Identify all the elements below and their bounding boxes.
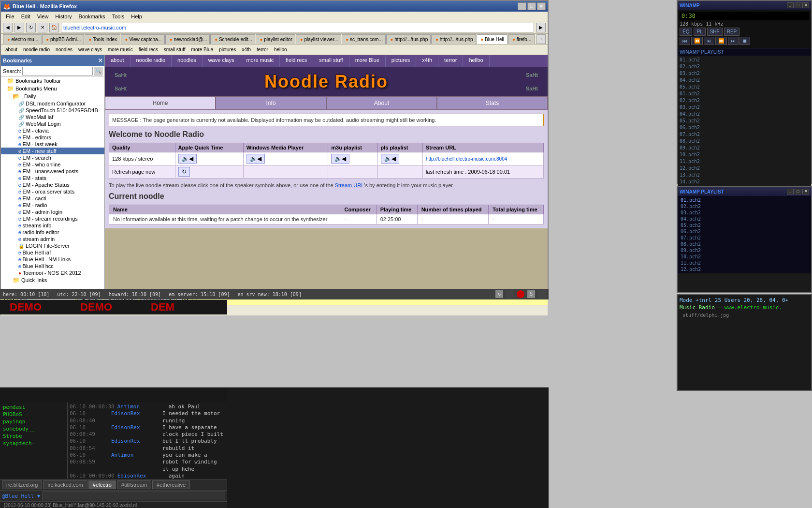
tab-playlist-editor[interactable]: ● playlist editor bbox=[256, 34, 295, 44]
bm-pictures[interactable]: pictures bbox=[217, 46, 238, 53]
playlist-item[interactable]: 01.pch2 bbox=[679, 57, 810, 63]
sidebar-item-em-who-online[interactable]: e EM - who online bbox=[1, 161, 104, 168]
winamp-prev-button[interactable]: ⏮ bbox=[680, 37, 690, 45]
sidebar-item-login-file-server[interactable]: 🔒 LOGIN File-Server bbox=[1, 242, 104, 249]
sidebar-item-em-clavia[interactable]: e EM - clavia bbox=[1, 127, 104, 134]
playlist-item[interactable]: 07.pch2 bbox=[679, 131, 810, 138]
sidebar-close-button[interactable]: ✕ bbox=[98, 58, 102, 64]
playlist-item[interactable]: 06.pch2 bbox=[679, 124, 810, 131]
sidebar-item-em-stream-recordings[interactable]: e EM - stream recordings bbox=[1, 215, 104, 222]
nav-noodles[interactable]: noodles bbox=[172, 55, 203, 67]
sidebar-search-input[interactable] bbox=[22, 67, 93, 75]
refresh-button[interactable]: ↻ bbox=[178, 167, 190, 177]
winamp-close-button[interactable]: ✕ bbox=[802, 2, 809, 8]
winamp2-minimize-button[interactable]: _ bbox=[787, 189, 794, 194]
bm-wave-clays[interactable]: wave clays bbox=[76, 46, 104, 53]
irc-tab-blitzed[interactable]: irc.blitzed.org bbox=[2, 480, 42, 489]
nav-pictures[interactable]: pictures bbox=[386, 55, 417, 67]
tab-schedule[interactable]: ● Schedule edit... bbox=[210, 34, 255, 44]
tab-newrock[interactable]: ● newrocklad@... bbox=[165, 34, 210, 44]
address-bar[interactable]: bluehell.electro-music.com bbox=[61, 23, 534, 32]
nr-tab-about[interactable]: About bbox=[326, 96, 437, 110]
nr-tab-info[interactable]: Info bbox=[216, 96, 326, 110]
menu-file[interactable]: File bbox=[3, 13, 17, 20]
sidebar-item-em-new-stuff[interactable]: e EM - new stuff bbox=[1, 148, 104, 154]
menu-bookmarks[interactable]: Bookmarks bbox=[76, 13, 108, 20]
playlist-item[interactable]: 08.pch2 bbox=[679, 138, 810, 145]
tab-playlist-viewer[interactable]: ● playlist viewer... bbox=[296, 34, 341, 44]
tab-tools[interactable]: ● Tools index bbox=[85, 34, 120, 44]
irc-tab-etherealive[interactable]: #etherealive bbox=[152, 480, 190, 489]
sidebar-item-em-search[interactable]: e EM - search bbox=[1, 154, 104, 161]
maximize-button[interactable]: □ bbox=[527, 2, 536, 10]
nav-wave-clays[interactable]: wave clays bbox=[203, 55, 241, 67]
irc-user[interactable]: pemdasi bbox=[1, 403, 66, 411]
winamp2-item[interactable]: 10.pch2 bbox=[679, 254, 810, 260]
nav-more-blue[interactable]: more Blue bbox=[349, 55, 386, 67]
playlist-item[interactable]: 10.pch2 bbox=[679, 151, 810, 158]
back-button[interactable]: ◀ bbox=[3, 23, 13, 32]
playlist-item[interactable]: 03.pch2 bbox=[679, 70, 810, 77]
bm-x4th[interactable]: x4th bbox=[239, 46, 253, 53]
sidebar-item-webmail-iaf[interactable]: 🔗 WebMail iaf bbox=[1, 114, 104, 120]
winamp2-item[interactable]: 05.pch2 bbox=[679, 222, 810, 228]
sidebar-item-em-radio[interactable]: e EM - radio bbox=[1, 202, 104, 209]
bm-noodles[interactable]: noodles bbox=[53, 46, 75, 53]
nav-hellbo[interactable]: hellbo bbox=[463, 55, 489, 67]
winamp-next-button[interactable]: ⏭ bbox=[728, 37, 739, 45]
playlist-item[interactable]: 03.pch2 bbox=[679, 104, 810, 111]
m3u-button[interactable]: 🔈◀ bbox=[331, 154, 349, 164]
nr-tab-home[interactable]: Home bbox=[105, 96, 216, 110]
tab-captcha[interactable]: ● View captcha... bbox=[121, 34, 165, 44]
winamp2-maximize-button[interactable]: □ bbox=[795, 189, 801, 194]
irc-tab-kacked[interactable]: irc.kacked.com bbox=[43, 480, 87, 489]
winamp2-item[interactable]: 09.pch2 bbox=[679, 247, 810, 254]
irc-tab-electro[interactable]: #electro bbox=[88, 480, 116, 489]
sidebar-item-bookmarks-toolbar[interactable]: 📁 Bookmarks Toolbar bbox=[1, 77, 104, 85]
sidebar-item-em-last-week[interactable]: e EM - last week bbox=[1, 141, 104, 148]
home-button[interactable]: 🏠 bbox=[49, 23, 59, 32]
tab-bluehell[interactable]: ● Blue Hell bbox=[477, 34, 508, 44]
sidebar-item-webmail-login[interactable]: 🔗 WebMail Login bbox=[1, 120, 104, 127]
new-tab-button[interactable]: + bbox=[536, 34, 546, 44]
irc-user[interactable]: somebody__ bbox=[1, 425, 66, 433]
winamp2-item[interactable]: 01.pch2 bbox=[679, 197, 810, 203]
tab-sctrans[interactable]: ● sc_trans.com... bbox=[342, 34, 386, 44]
sidebar-item-em-apache-status[interactable]: e EM - Apache Status bbox=[1, 181, 104, 188]
sidebar-item-em-admin-login[interactable]: e EM - admin login bbox=[1, 209, 104, 215]
winamp2-item[interactable]: 04.pch2 bbox=[679, 216, 810, 222]
playlist-item[interactable]: 09.pch2 bbox=[679, 145, 810, 151]
winamp2-item[interactable]: 12.pch2 bbox=[679, 266, 810, 272]
playlist-item[interactable]: 04.pch2 bbox=[679, 77, 810, 84]
winamp-eq-button[interactable]: EQ bbox=[680, 28, 692, 36]
sidebar-item-em-stats[interactable]: e EM - stats bbox=[1, 175, 104, 181]
bm-hellbo[interactable]: hellbo bbox=[272, 46, 290, 53]
irc-message-input[interactable] bbox=[43, 492, 225, 500]
playlist-item[interactable]: 05.pch2 bbox=[679, 118, 810, 124]
tab-firefox[interactable]: ● firefo... bbox=[508, 34, 535, 44]
wmp-button[interactable]: 🔈◀ bbox=[246, 154, 265, 164]
stop-button[interactable]: ✕ bbox=[38, 23, 47, 32]
pls-button[interactable]: 🔈◀ bbox=[381, 154, 399, 164]
tab-tus1[interactable]: ● http://.../tus.php bbox=[386, 34, 431, 44]
sidebar-item-bluehell-nm[interactable]: e Blue Hell - NM Links bbox=[1, 256, 104, 263]
winamp2-item[interactable]: 11.pch2 bbox=[679, 260, 810, 266]
tab-phpbb[interactable]: ● phpBB Admi... bbox=[42, 34, 84, 44]
nav-small-stuff[interactable]: small stuff bbox=[313, 55, 349, 67]
winamp-shuffle-button[interactable]: SHF bbox=[707, 28, 723, 36]
bm-terror[interactable]: terror bbox=[254, 46, 271, 53]
playlist-item[interactable]: 02.pch2 bbox=[679, 97, 810, 104]
bm-more-music[interactable]: more music bbox=[105, 46, 135, 53]
nr-tab-stats[interactable]: Stats bbox=[437, 96, 548, 110]
reload-button[interactable]: ↻ bbox=[26, 23, 36, 32]
menu-tools[interactable]: Tools bbox=[109, 13, 128, 20]
sidebar-item-em-cacti[interactable]: e EM - cacti bbox=[1, 195, 104, 202]
winamp2-item[interactable]: 07.pch2 bbox=[679, 235, 810, 241]
winamp-rewind-button[interactable]: ⏪ bbox=[691, 37, 703, 45]
winamp-minimize-button[interactable]: _ bbox=[787, 2, 794, 8]
nav-field-recs[interactable]: field recs bbox=[280, 55, 313, 67]
bm-more-blue[interactable]: more Blue bbox=[189, 46, 216, 53]
sidebar-item-bluehell-hcc[interactable]: e Blue Hell hcc bbox=[1, 263, 104, 269]
playlist-item[interactable]: 14.pch2 bbox=[679, 179, 810, 185]
close-button[interactable]: ✕ bbox=[537, 2, 546, 10]
